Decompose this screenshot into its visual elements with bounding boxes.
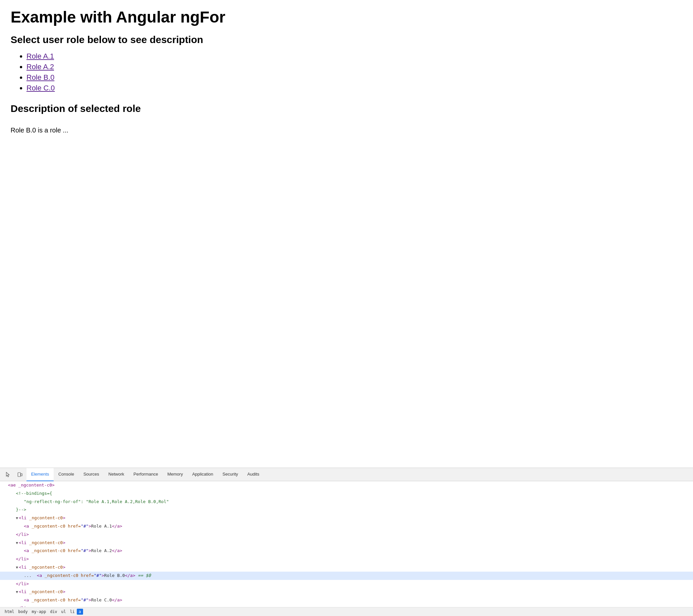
page-subtitle: Select user role below to see descriptio…: [11, 34, 682, 45]
role-link[interactable]: Role A.1: [26, 52, 54, 60]
role-list-item: Role B.0: [26, 73, 682, 82]
role-list: Role A.1Role A.2Role B.0Role C.0: [11, 52, 682, 92]
role-list-item: Role A.2: [26, 63, 682, 71]
role-list-item: Role A.1: [26, 52, 682, 61]
description-text: Role B.0 is a role ...: [11, 127, 682, 134]
role-link[interactable]: Role B.0: [26, 73, 54, 81]
role-link[interactable]: Role A.2: [26, 63, 54, 71]
role-link[interactable]: Role C.0: [26, 84, 55, 92]
description-title: Description of selected role: [11, 103, 682, 114]
page-title: Example with Angular ngFor: [11, 8, 682, 26]
page-content: Example with Angular ngFor Select user r…: [0, 0, 693, 142]
role-list-item: Role C.0: [26, 84, 682, 92]
